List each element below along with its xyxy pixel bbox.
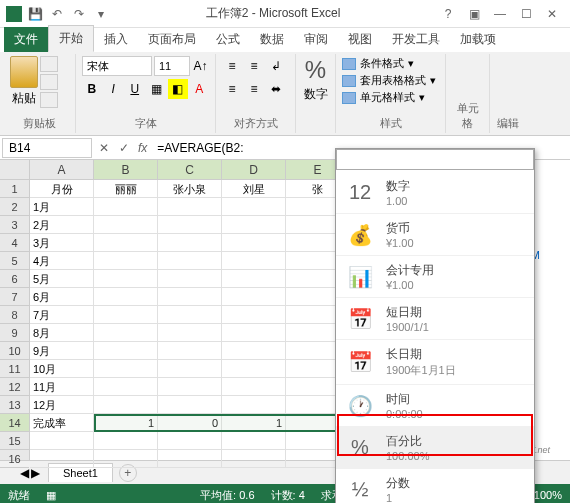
row-header[interactable]: 10: [0, 342, 29, 360]
row-header[interactable]: 9: [0, 324, 29, 342]
italic-icon[interactable]: I: [104, 79, 124, 99]
fx-icon[interactable]: fx: [138, 141, 147, 155]
cell[interactable]: 6月: [30, 288, 94, 306]
format-option-shortdate[interactable]: 📅 短日期1900/1/1: [336, 298, 534, 340]
format-option-fraction[interactable]: ½ 分数1: [336, 469, 534, 503]
enter-formula-icon[interactable]: ✓: [114, 141, 134, 155]
close-icon[interactable]: ✕: [540, 4, 564, 24]
format-option-number[interactable]: 12 数字1.00: [336, 172, 534, 214]
col-header[interactable]: C: [158, 160, 222, 179]
format-search-input[interactable]: [336, 149, 534, 170]
conditional-format-button[interactable]: 条件格式 ▾: [342, 56, 439, 71]
minimize-icon[interactable]: —: [488, 4, 512, 24]
cell-grid[interactable]: 月份 丽丽 张小泉 刘星 张 1月 2月 3月 4月 5月 6月 7月 8月 9…: [30, 180, 350, 460]
font-size-select[interactable]: [154, 56, 190, 76]
underline-icon[interactable]: U: [125, 79, 145, 99]
row-header[interactable]: 7: [0, 288, 29, 306]
cancel-formula-icon[interactable]: ✕: [94, 141, 114, 155]
row-header[interactable]: 8: [0, 306, 29, 324]
align-left-icon[interactable]: ≡: [222, 79, 242, 99]
cell[interactable]: 1月: [30, 198, 94, 216]
undo-icon[interactable]: ↶: [48, 5, 66, 23]
row-header[interactable]: 15: [0, 432, 29, 450]
align-mid-icon[interactable]: ≡: [244, 56, 264, 76]
row-header[interactable]: 1: [0, 180, 29, 198]
row-header[interactable]: 12: [0, 378, 29, 396]
tab-file[interactable]: 文件: [4, 27, 48, 52]
bold-icon[interactable]: B: [82, 79, 102, 99]
zoom-level[interactable]: 100%: [534, 489, 562, 501]
fill-color-icon[interactable]: ◧: [168, 79, 188, 99]
tab-review[interactable]: 审阅: [294, 27, 338, 52]
border-icon[interactable]: ▦: [147, 79, 167, 99]
cell[interactable]: 1: [222, 414, 286, 432]
cell[interactable]: 10月: [30, 360, 94, 378]
number-format-button[interactable]: % 数字: [302, 56, 329, 103]
cell[interactable]: 月份: [30, 180, 94, 198]
font-color-icon[interactable]: A: [190, 79, 210, 99]
tab-insert[interactable]: 插入: [94, 27, 138, 52]
macro-icon[interactable]: ▦: [46, 489, 56, 502]
row-header[interactable]: 16: [0, 450, 29, 468]
cell[interactable]: 3月: [30, 234, 94, 252]
qat-customize-icon[interactable]: ▾: [92, 5, 110, 23]
format-painter-icon[interactable]: [40, 92, 58, 108]
merge-icon[interactable]: ⬌: [266, 79, 286, 99]
row-header[interactable]: 3: [0, 216, 29, 234]
increase-font-icon[interactable]: A↑: [192, 56, 209, 76]
align-center-icon[interactable]: ≡: [244, 79, 264, 99]
format-option-currency[interactable]: 💰 货币¥1.00: [336, 214, 534, 256]
col-header[interactable]: B: [94, 160, 158, 179]
font-name-select[interactable]: [82, 56, 152, 76]
format-option-accounting[interactable]: 📊 会计专用¥1.00: [336, 256, 534, 298]
format-option-longdate[interactable]: 📅 长日期1900年1月1日: [336, 340, 534, 385]
row-header[interactable]: 6: [0, 270, 29, 288]
col-header[interactable]: D: [222, 160, 286, 179]
cell[interactable]: 8月: [30, 324, 94, 342]
wrap-icon[interactable]: ↲: [266, 56, 286, 76]
paste-button[interactable]: 粘贴: [10, 56, 38, 107]
tab-addins[interactable]: 加载项: [450, 27, 506, 52]
name-box[interactable]: [2, 138, 92, 158]
tab-view[interactable]: 视图: [338, 27, 382, 52]
help-icon[interactable]: ?: [436, 4, 460, 24]
copy-icon[interactable]: [40, 74, 58, 90]
cell[interactable]: 张小泉: [158, 180, 222, 198]
tab-formulas[interactable]: 公式: [206, 27, 250, 52]
maximize-icon[interactable]: ☐: [514, 4, 538, 24]
row-header[interactable]: 13: [0, 396, 29, 414]
cell[interactable]: 4月: [30, 252, 94, 270]
format-option-percent[interactable]: % 百分比100.00%: [336, 427, 534, 469]
cell[interactable]: 0: [158, 414, 222, 432]
tab-home[interactable]: 开始: [48, 25, 94, 52]
cell[interactable]: 5月: [30, 270, 94, 288]
cell[interactable]: 丽丽: [94, 180, 158, 198]
tab-layout[interactable]: 页面布局: [138, 27, 206, 52]
ribbon-options-icon[interactable]: ▣: [462, 4, 486, 24]
tab-data[interactable]: 数据: [250, 27, 294, 52]
cut-icon[interactable]: [40, 56, 58, 72]
tab-developer[interactable]: 开发工具: [382, 27, 450, 52]
cell[interactable]: 7月: [30, 306, 94, 324]
align-top-icon[interactable]: ≡: [222, 56, 242, 76]
cell-styles-button[interactable]: 单元格样式 ▾: [342, 90, 439, 105]
cell[interactable]: 完成率: [30, 414, 94, 432]
col-header[interactable]: A: [30, 160, 94, 179]
cell[interactable]: 2月: [30, 216, 94, 234]
table-format-button[interactable]: 套用表格格式 ▾: [342, 73, 439, 88]
cell[interactable]: 1: [94, 414, 158, 432]
cell[interactable]: 刘星: [222, 180, 286, 198]
row-header[interactable]: 11: [0, 360, 29, 378]
cell[interactable]: 12月: [30, 396, 94, 414]
status-average: 平均值: 0.6: [200, 488, 254, 503]
format-option-time[interactable]: 🕐 时间0:00:00: [336, 385, 534, 427]
cell[interactable]: 11月: [30, 378, 94, 396]
select-all-corner[interactable]: [0, 160, 30, 180]
row-header[interactable]: 14: [0, 414, 29, 432]
cell[interactable]: 9月: [30, 342, 94, 360]
row-header[interactable]: 2: [0, 198, 29, 216]
row-header[interactable]: 5: [0, 252, 29, 270]
row-header[interactable]: 4: [0, 234, 29, 252]
save-icon[interactable]: 💾: [26, 5, 44, 23]
redo-icon[interactable]: ↷: [70, 5, 88, 23]
